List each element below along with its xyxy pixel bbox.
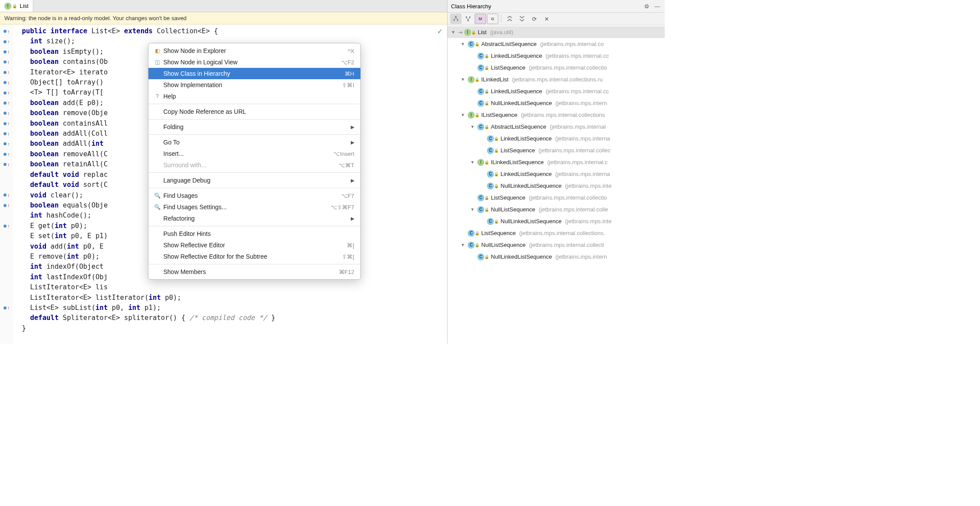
class-hierarchy-button[interactable]: [450, 14, 462, 24]
override-arrow-icon: ↑: [7, 39, 10, 44]
override-marker-icon[interactable]: [4, 153, 7, 156]
menu-item-find-usages-settings[interactable]: 🔍Find Usages Settings...⌥⇧⌘F7: [148, 201, 360, 213]
menu-item-shortcut: ⌘H: [345, 70, 354, 77]
scope-global-button[interactable]: G: [487, 14, 498, 24]
menu-item-copy-node-reference-as-url[interactable]: Copy Node Reference as URL: [148, 106, 360, 117]
menu-item-show-node-in-explorer[interactable]: ◧Show Node in Explorer^X: [148, 45, 360, 56]
override-marker-icon[interactable]: [4, 91, 7, 95]
menu-item-show-implementation[interactable]: Show Implementation⇧⌘I: [148, 79, 360, 91]
tree-toggle-icon[interactable]: ▼: [460, 242, 466, 247]
tree-toggle-icon[interactable]: ▼: [469, 160, 476, 165]
menu-item-show-reflective-editor-for-the-subtree[interactable]: Show Reflective Editor for the Subtree⇧⌘…: [148, 251, 360, 262]
close-button[interactable]: ✕: [541, 14, 552, 24]
menu-item-label: Folding: [162, 123, 351, 130]
override-marker-icon[interactable]: [4, 193, 7, 197]
override-marker-icon[interactable]: [4, 102, 7, 105]
tree-node-ilinkedlist[interactable]: ▼I🔒ILinkedList(jetbrains.mps.internal.co…: [448, 74, 665, 85]
tree-toggle-icon[interactable]: ▼: [450, 30, 456, 35]
override-marker-icon[interactable]: [4, 71, 7, 74]
hierarchy-tree[interactable]: ▼⇥I🔒List(java.util)▼C🔒AbstractListSequen…: [448, 25, 665, 344]
gear-icon[interactable]: ⚙: [643, 2, 651, 10]
override-marker-icon[interactable]: [4, 306, 7, 309]
menu-item-shortcut: ⌘[: [347, 242, 354, 249]
menu-item-show-class-in-hierarchy[interactable]: Show Class in Hierarchy⌘H: [148, 68, 360, 79]
menu-item-refactoring[interactable]: Refactoring▶: [148, 213, 360, 224]
tree-node-package: (jetbrains.mps.intern: [555, 100, 607, 106]
override-marker-icon[interactable]: [4, 142, 7, 145]
tree-node-abstractlistsequence[interactable]: ▼C🔒AbstractListSequence(jetbrains.mps.in…: [448, 38, 665, 50]
expand-all-button[interactable]: [504, 14, 515, 24]
class-icon: C: [468, 230, 475, 237]
interface-icon: I: [477, 159, 484, 166]
tree-toggle-icon[interactable]: ▼: [460, 77, 466, 82]
tree-node-linkedlistsequence[interactable]: C🔒LinkedListSequence(jetbrains.mps.inter…: [448, 85, 665, 97]
tree-node-nulllinkedlistsequence[interactable]: C🔒NullLinkedListSequence(jetbrains.mps.i…: [448, 180, 665, 192]
tree-node-list[interactable]: ▼⇥I🔒List(java.util): [448, 26, 665, 38]
refresh-button[interactable]: ⟳: [529, 14, 540, 24]
tree-node-label: AbstractListSequence: [491, 123, 546, 130]
tree-node-nulllinkedlistsequence[interactable]: C🔒NullLinkedListSequence(jetbrains.mps.i…: [448, 251, 665, 263]
menu-item-go-to[interactable]: Go To▶: [148, 137, 360, 148]
menu-item-push-editor-hints[interactable]: Push Editor Hints: [148, 228, 360, 239]
tree-node-package: (jetbrains.mps.interna: [555, 171, 610, 177]
class-icon: C: [468, 41, 475, 48]
tree-node-label: ListSequence: [501, 147, 535, 154]
menu-item-find-usages[interactable]: 🔍Find Usages⌥F7: [148, 190, 360, 201]
tree-node-nulllinkedlistsequence[interactable]: C🔒NullLinkedListSequence(jetbrains.mps.i…: [448, 97, 665, 109]
tree-toggle-icon[interactable]: ▼: [469, 207, 476, 212]
lock-icon: 🔒: [484, 207, 489, 212]
supertypes-button[interactable]: [462, 14, 474, 24]
inspection-ok-icon[interactable]: ✓: [437, 27, 443, 35]
tree-node-nulllinkedlistsequence[interactable]: C🔒NullLinkedListSequence(jetbrains.mps.i…: [448, 215, 665, 227]
lock-icon: 🔒: [494, 172, 499, 176]
hierarchy-title: Class Hierarchy: [451, 3, 640, 10]
tree-node-package: (jetbrains.mps.inte: [565, 183, 611, 189]
override-marker-icon[interactable]: [4, 225, 7, 228]
scope-module-button[interactable]: M: [475, 14, 486, 24]
tree-node-listsequence[interactable]: C🔒ListSequence(jetbrains.mps.internal.co…: [448, 227, 665, 239]
override-marker-icon[interactable]: [4, 122, 7, 125]
menu-item-folding[interactable]: Folding▶: [148, 121, 360, 133]
menu-item-show-members[interactable]: Show Members⌘F12: [148, 266, 360, 278]
lock-icon: 🔒: [484, 101, 489, 105]
menu-item-show-node-in-logical-view[interactable]: ◫Show Node in Logical View⌥F2: [148, 56, 360, 68]
menu-item-show-reflective-editor[interactable]: Show Reflective Editor⌘[: [148, 239, 360, 251]
tree-node-label: NullLinkedListSequence: [491, 100, 552, 106]
override-marker-icon[interactable]: [4, 40, 7, 43]
override-marker-icon[interactable]: [4, 204, 7, 207]
tree-node-listsequence[interactable]: C🔒ListSequence(jetbrains.mps.internal.co…: [448, 62, 665, 74]
tree-toggle-icon[interactable]: ▼: [460, 42, 466, 46]
minimize-icon[interactable]: —: [653, 2, 661, 10]
override-marker-icon[interactable]: [4, 112, 7, 115]
tab-list[interactable]: I 🔒 List: [0, 0, 33, 12]
tree-node-label: ListSequence: [491, 194, 525, 201]
menu-item-help[interactable]: ?Help: [148, 91, 360, 102]
override-marker-icon[interactable]: [4, 50, 7, 53]
tree-node-nulllistsequence[interactable]: ▼C🔒NullListSequence(jetbrains.mps.intern…: [448, 239, 665, 251]
menu-item-insert[interactable]: Insert...⌥Insert: [148, 148, 360, 159]
menu-item-icon: ◫: [152, 59, 162, 65]
tree-node-listsequence[interactable]: C🔒ListSequence(jetbrains.mps.internal.co…: [448, 192, 665, 204]
tree-toggle-icon[interactable]: ▼: [460, 112, 466, 117]
menu-item-language-debug[interactable]: Language Debug▶: [148, 175, 360, 186]
tree-node-linkedlistsequence[interactable]: C🔒LinkedListSequence(jetbrains.mps.inter…: [448, 133, 665, 144]
tree-toggle-icon[interactable]: ▼: [469, 124, 476, 129]
override-arrow-icon: ↑: [7, 131, 10, 137]
tree-node-ilistsequence[interactable]: ▼I🔒IListSequence(jetbrains.mps.internal.…: [448, 109, 665, 121]
interface-icon: I: [468, 76, 475, 83]
tree-node-abstractlistsequence[interactable]: ▼C🔒AbstractListSequence(jetbrains.mps.in…: [448, 121, 665, 133]
tree-node-nulllistsequence[interactable]: ▼C🔒NullListSequence(jetbrains.mps.intern…: [448, 204, 665, 215]
override-marker-icon[interactable]: [4, 132, 7, 135]
override-marker-icon[interactable]: [4, 60, 7, 63]
tree-node-label: NullLinkedListSequence: [501, 218, 561, 225]
tree-node-listsequence[interactable]: C🔒ListSequence(jetbrains.mps.internal.co…: [448, 144, 665, 156]
override-marker-icon[interactable]: [4, 81, 7, 84]
tree-node-ilinkedlistsequence[interactable]: ▼I🔒ILinkedListSequence(jetbrains.mps.int…: [448, 156, 665, 168]
collapse-all-button[interactable]: [516, 14, 528, 24]
tree-node-linkedlistsequence[interactable]: C🔒LinkedListSequence(jetbrains.mps.inter…: [448, 168, 665, 180]
menu-item-label: Find Usages: [162, 192, 341, 199]
tree-node-linkedlistsequence[interactable]: C🔒LinkedListSequence(jetbrains.mps.inter…: [448, 50, 665, 62]
override-marker-icon[interactable]: [4, 30, 7, 33]
override-marker-icon[interactable]: [4, 163, 7, 166]
class-icon: C: [487, 135, 494, 142]
